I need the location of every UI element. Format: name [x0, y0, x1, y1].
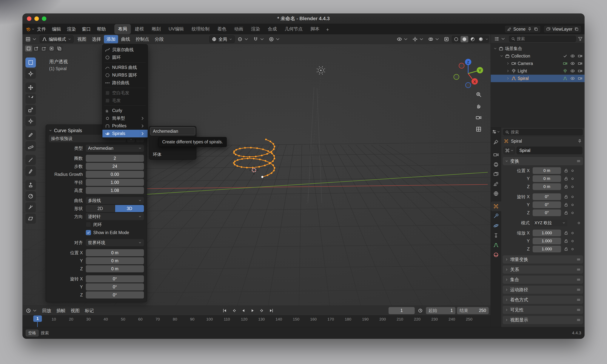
frame-start-field[interactable]: 起始 1 [426, 307, 455, 314]
timeline-menu[interactable]: 回放 [40, 307, 54, 315]
properties-panel-header[interactable]: 关系 [503, 265, 583, 274]
transform-value-field[interactable]: 0° [533, 201, 561, 208]
xray-toggle[interactable] [442, 36, 451, 43]
checkbox-row[interactable]: 闭环 [86, 222, 102, 228]
add-menu-item[interactable]: Curly [102, 107, 148, 115]
select-mode-subtract-button[interactable] [40, 46, 47, 52]
segment-3D-button[interactable]: 3D [115, 205, 144, 212]
tool-tilt[interactable] [26, 202, 36, 212]
viewport-menu[interactable]: 曲线 [119, 35, 133, 43]
tool-select-box[interactable] [26, 57, 36, 67]
proportional-editing-dropdown[interactable] [267, 36, 282, 43]
properties-tab-constraints[interactable] [491, 231, 501, 240]
add-menu-item[interactable]: 圆环 [102, 53, 148, 61]
workspace-tab[interactable]: 布局 [114, 24, 131, 34]
dropdown-方向[interactable]: 逆时针 [86, 213, 144, 220]
snap-dropdown[interactable] [251, 36, 266, 43]
properties-tab-world[interactable] [491, 189, 501, 198]
properties-panel-header[interactable]: 集合 [503, 275, 583, 284]
viewlayer-selector[interactable]: ViewLayer [544, 25, 581, 33]
workspace-tab[interactable]: 雕刻 [148, 24, 165, 34]
gizmo-z-neg-axis[interactable] [466, 82, 471, 88]
next-keyframe-button[interactable] [258, 307, 266, 314]
animate-property-dot[interactable] [571, 170, 574, 172]
filter-icon[interactable] [578, 36, 583, 41]
menubar-item[interactable]: 渲染 [64, 25, 79, 33]
tool-cursor[interactable] [26, 69, 36, 79]
add-menu-item[interactable]: Profiles [102, 122, 148, 130]
outliner-row-场景集合[interactable]: 场景集合 [491, 45, 585, 52]
previous-keyframe-button[interactable] [230, 307, 238, 314]
pan-hand-button[interactable] [474, 102, 483, 110]
number-field-Radius Growth[interactable]: 0.00 [86, 171, 144, 178]
viewport-menu[interactable]: 视图 [75, 35, 89, 43]
outliner-search-input[interactable] [517, 36, 574, 41]
dropdown-类型[interactable]: Archemedian [86, 145, 144, 152]
transform-value-field[interactable]: 1.000 [533, 238, 561, 244]
jump-to-end-button[interactable] [267, 307, 276, 314]
checkbox-unchecked[interactable] [86, 222, 91, 227]
shading-material-button[interactable] [469, 36, 477, 42]
number-field-位置 X[interactable]: 0 m [86, 249, 144, 256]
blender-logo-icon[interactable] [26, 26, 34, 32]
properties-panel-header[interactable]: 着色方式 [503, 296, 583, 304]
menubar-item[interactable]: 编辑 [49, 25, 64, 33]
animate-property-dot[interactable] [571, 240, 574, 242]
properties-tab-physics[interactable] [491, 221, 501, 231]
tool-measure[interactable] [26, 141, 36, 151]
number-field-Y[interactable]: 0 m [86, 257, 144, 264]
transform-value-field[interactable]: 0° [533, 193, 561, 200]
number-field-高度[interactable]: 1.08 [86, 187, 144, 194]
timeline-ruler[interactable]: 1 10203040506070809010011012013014015016… [22, 315, 491, 327]
tool-move[interactable] [26, 82, 36, 92]
minimize-button[interactable] [34, 16, 39, 21]
tool-scale[interactable] [26, 105, 36, 115]
outliner-row-Light[interactable]: Light [491, 67, 585, 75]
viewport-menu[interactable]: 选择 [89, 35, 104, 43]
timeline-menu[interactable]: 标记 [82, 307, 97, 315]
properties-breadcrumb[interactable]: Spiral [501, 137, 585, 145]
animate-property-dot[interactable] [571, 186, 574, 188]
properties-tab-view-layer[interactable] [491, 169, 501, 179]
clock-icon[interactable] [416, 307, 424, 314]
properties-tab-output[interactable] [491, 160, 501, 169]
current-frame-field[interactable]: 1 [388, 307, 415, 314]
viewport-menu[interactable]: 添加 [104, 35, 118, 43]
properties-search[interactable] [503, 129, 583, 135]
properties-tab-material[interactable] [491, 250, 501, 260]
add-menu-item[interactable]: 贝塞尔曲线 [102, 46, 148, 53]
animate-property-dot[interactable] [571, 196, 574, 198]
workspace-tab[interactable]: 着色 [214, 24, 230, 34]
select-mode-extend-button[interactable] [33, 46, 40, 52]
editor-type-button[interactable] [24, 36, 39, 43]
transform-value-field[interactable]: 0 m [533, 175, 561, 182]
submenu-item-archemedian[interactable]: Archemedian [150, 127, 195, 135]
number-field-Y[interactable]: 0° [86, 283, 144, 290]
workspace-tab[interactable]: 建模 [131, 24, 148, 34]
number-field-旋转 X[interactable]: 0° [86, 275, 144, 282]
checkbox-row[interactable]: Show in Edit Mode [86, 230, 129, 235]
transform-value-field[interactable]: 0 m [533, 167, 561, 174]
properties-panel-header[interactable]: 运动路径 [503, 286, 583, 294]
add-menu-item[interactable]: NURBS 圆环 [102, 71, 148, 79]
add-workspace-button[interactable]: + [323, 25, 331, 34]
transform-value-field[interactable]: 0° [533, 209, 561, 216]
gizmo-y-neg-axis[interactable] [454, 74, 459, 79]
animate-property-dot[interactable] [571, 248, 574, 250]
workspace-tab[interactable]: 渲染 [247, 24, 264, 34]
tool-radius[interactable] [26, 191, 36, 201]
close-button[interactable] [27, 16, 31, 21]
workspace-tab[interactable]: 纹理绘制 [188, 24, 213, 34]
animate-property-dot[interactable] [571, 212, 574, 214]
number-field-Z[interactable]: 0 m [86, 265, 144, 272]
properties-panel-header[interactable]: 可见性 [503, 306, 583, 314]
animate-property-dot[interactable] [571, 232, 574, 234]
light-object[interactable] [317, 66, 325, 75]
add-menu-item[interactable]: NURBS 曲线 [102, 64, 148, 71]
outliner-search[interactable] [509, 36, 576, 42]
number-field-步数[interactable]: 24 [86, 163, 144, 170]
dropdown-对齐[interactable]: 世界环境 [86, 239, 144, 246]
mode-dropdown[interactable]: 编辑模式 [40, 36, 74, 43]
animate-property-dot[interactable] [571, 204, 574, 206]
toggle-ortho-button[interactable] [474, 125, 483, 133]
